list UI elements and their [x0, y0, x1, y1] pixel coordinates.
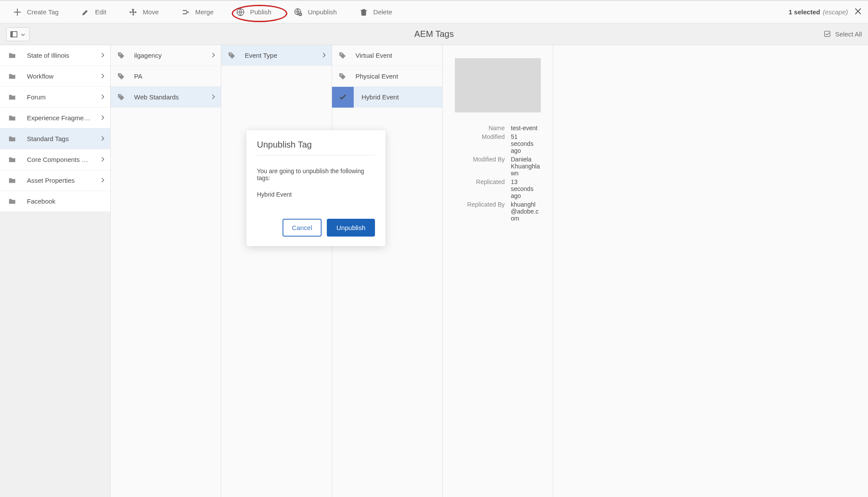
chevron-right-icon [101, 52, 106, 59]
chevron-right-icon [101, 94, 106, 101]
column-item-label: Asset Properties [27, 177, 92, 184]
tag-icon [338, 72, 347, 81]
column-item[interactable]: Virtual Event [332, 45, 442, 66]
chevron-right-icon [101, 115, 106, 122]
meta-key-replicatedby: Replicated By [455, 201, 505, 222]
create-tag-button[interactable]: Create Tag [6, 4, 66, 20]
move-button[interactable]: Move [122, 4, 166, 20]
detail-metadata: Nametest-event Modified51 seconds ago Mo… [455, 125, 541, 222]
column-item[interactable]: Core Components Exa… [0, 149, 110, 170]
column-item-label: State of Illinois [27, 52, 92, 59]
chevron-right-icon [101, 135, 106, 142]
column-2: Event Type [221, 45, 332, 497]
unpublish-dialog: Unpublish Tag You are going to unpublish… [247, 130, 385, 246]
column-item[interactable]: Workflow [0, 66, 110, 87]
meta-key-name: Name [455, 125, 505, 132]
deselect-button[interactable] [854, 7, 862, 16]
detail-panel: Nametest-event Modified51 seconds ago Mo… [443, 45, 553, 497]
folder-icon [8, 176, 16, 185]
tag-icon [117, 51, 125, 60]
column-1: ilgagencyPAWeb Standards [111, 45, 221, 497]
action-bar: Create Tag Edit Move Merge Publish Unpub… [0, 0, 868, 23]
column-item[interactable]: Asset Properties [0, 170, 110, 191]
edit-button[interactable]: Edit [74, 4, 113, 20]
move-icon [129, 8, 138, 16]
action-label: Edit [95, 8, 106, 16]
unpublish-confirm-button[interactable]: Unpublish [327, 219, 375, 237]
column-item-label: Forum [27, 93, 92, 101]
column-item[interactable]: PA [111, 66, 221, 87]
close-icon [854, 7, 862, 15]
tag-icon [227, 51, 236, 60]
column-item-label: Facebook [27, 197, 92, 205]
cancel-button[interactable]: Cancel [283, 219, 322, 237]
column-item-label: Physical Event [355, 72, 424, 80]
column-browser: State of IllinoisWorkflowForumExperience… [0, 45, 868, 497]
check-icon [332, 87, 354, 108]
column-item-label: Standard Tags [27, 135, 92, 142]
column-item-label: PA [134, 72, 203, 80]
meta-key-modifiedby: Modified By [455, 156, 505, 177]
chevron-down-icon [20, 32, 26, 37]
column-item[interactable]: Experience Fragments [0, 108, 110, 128]
globe-icon [236, 8, 245, 16]
folder-icon [8, 51, 16, 60]
chevron-right-icon [101, 156, 106, 163]
column-item-label: Experience Fragments [27, 114, 92, 122]
selection-info: 1 selected (escape) [789, 7, 862, 16]
page-title: AEM Tags [414, 29, 454, 39]
escape-hint: (escape) [823, 8, 848, 16]
unpublish-button[interactable]: Unpublish [287, 4, 344, 20]
chevron-right-icon [101, 73, 106, 80]
delete-button[interactable]: Delete [352, 4, 399, 20]
globe-x-icon [294, 8, 302, 16]
chevron-right-icon [211, 94, 217, 101]
action-label: Merge [195, 8, 214, 16]
tag-icon [117, 93, 125, 102]
merge-button[interactable]: Merge [174, 4, 221, 20]
meta-key-modified: Modified [455, 133, 505, 154]
column-item-label: Core Components Exa… [27, 156, 92, 163]
tag-icon [338, 51, 347, 60]
folder-icon [8, 93, 16, 102]
merge-icon [181, 8, 190, 16]
column-item[interactable]: Facebook [0, 191, 110, 212]
meta-key-replicated: Replicated [455, 178, 505, 199]
column-item-label: Hybrid Event [362, 93, 433, 101]
column-item-label: Web Standards [134, 93, 203, 101]
action-label: Delete [373, 8, 392, 16]
column-item[interactable]: State of Illinois [0, 45, 110, 66]
selected-count: 1 selected [789, 8, 820, 16]
action-label: Move [143, 8, 159, 16]
rail-toggle-button[interactable] [6, 27, 30, 41]
column-item[interactable]: Web Standards [111, 87, 221, 108]
column-item[interactable]: Standard Tags [0, 128, 110, 149]
chevron-right-icon [101, 177, 106, 184]
column-item[interactable]: Physical Event [332, 66, 442, 87]
action-label: Create Tag [27, 8, 59, 16]
select-all-label: Select All [835, 30, 862, 38]
meta-val-name: test-event [511, 125, 541, 132]
folder-icon [8, 114, 16, 122]
meta-val-modified: 51 seconds ago [511, 133, 541, 154]
action-label: Publish [250, 8, 271, 16]
pencil-icon [81, 8, 90, 16]
column-item-label: Workflow [27, 72, 92, 80]
meta-val-modifiedby: Daniela Khuanghlawn [511, 156, 541, 177]
column-item[interactable]: ilgagency [111, 45, 221, 66]
dialog-tag-name: Hybrid Event [257, 191, 375, 198]
column-3: Virtual EventPhysical EventHybrid Event [332, 45, 443, 497]
meta-val-replicatedby: khuanghl@adobe.com [511, 201, 541, 222]
meta-val-replicated: 13 seconds ago [511, 178, 541, 199]
column-item-label: ilgagency [134, 52, 203, 59]
trash-icon [359, 8, 368, 16]
publish-button[interactable]: Publish [229, 4, 278, 20]
column-item[interactable]: Event Type [221, 45, 332, 66]
column-item[interactable]: Forum [0, 87, 110, 108]
folder-icon [8, 72, 16, 81]
select-all-icon [824, 30, 832, 38]
select-all-button[interactable]: Select All [824, 30, 862, 38]
column-item[interactable]: Hybrid Event [332, 87, 442, 108]
column-item-label: Event Type [245, 52, 313, 59]
column-item-label: Virtual Event [355, 52, 424, 59]
